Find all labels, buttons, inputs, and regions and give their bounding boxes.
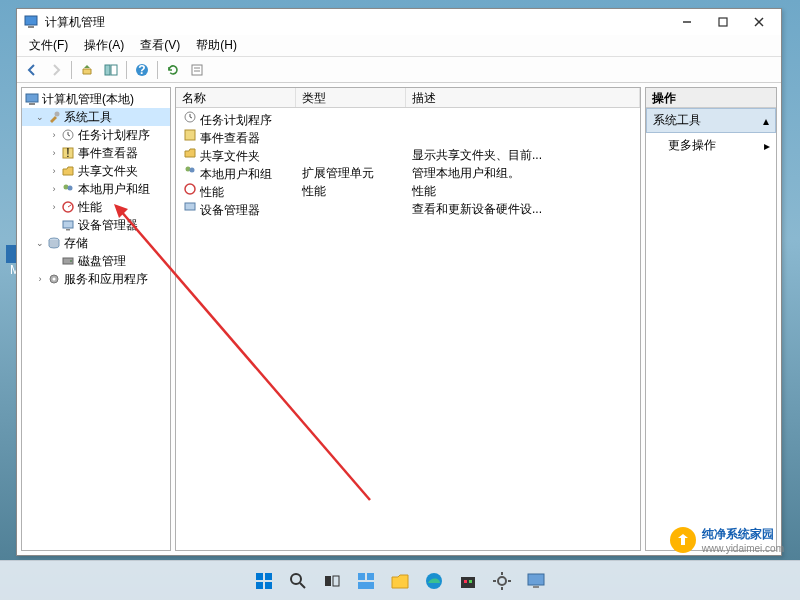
- show-hide-tree-button[interactable]: [100, 59, 122, 81]
- expand-icon[interactable]: ›: [48, 201, 60, 213]
- svg-rect-24: [66, 229, 70, 231]
- svg-point-29: [53, 278, 56, 281]
- task-view-icon[interactable]: [319, 568, 345, 594]
- help-button[interactable]: ?: [131, 59, 153, 81]
- list-item-task-scheduler[interactable]: 任务计划程序: [176, 110, 640, 128]
- file-explorer-icon[interactable]: [387, 568, 413, 594]
- watermark: 纯净系统家园 www.yidaimei.com: [664, 524, 790, 556]
- list-item-performance[interactable]: 性能 性能 性能: [176, 182, 640, 200]
- tree-label: 磁盘管理: [78, 253, 126, 270]
- svg-rect-15: [29, 103, 35, 105]
- svg-point-27: [70, 260, 72, 262]
- edge-icon[interactable]: [421, 568, 447, 594]
- menu-action[interactable]: 操作(A): [76, 35, 132, 56]
- column-desc[interactable]: 描述: [406, 88, 640, 107]
- menu-view[interactable]: 查看(V): [132, 35, 188, 56]
- list-header: 名称 类型 描述: [176, 88, 640, 108]
- device-icon: [182, 199, 198, 215]
- svg-point-42: [291, 574, 301, 584]
- up-button[interactable]: [76, 59, 98, 81]
- tree-label: 任务计划程序: [78, 127, 150, 144]
- tree-task-scheduler[interactable]: › 任务计划程序: [22, 126, 170, 144]
- maximize-button[interactable]: [705, 11, 741, 33]
- tree-services-apps[interactable]: › 服务和应用程序: [22, 270, 170, 288]
- list-item-local-users[interactable]: 本地用户和组 扩展管理单元 管理本地用户和组。: [176, 164, 640, 182]
- tree-pane: 计算机管理(本地) ⌄ 系统工具 › 任务计划程序 › ! 事件查看器: [21, 87, 171, 551]
- tree-label: 存储: [64, 235, 88, 252]
- toolbar-separator: [126, 61, 127, 79]
- tree-disk-management[interactable]: 磁盘管理: [22, 252, 170, 270]
- actions-group-title[interactable]: 系统工具 ▴: [646, 108, 776, 133]
- menu-file[interactable]: 文件(F): [21, 35, 76, 56]
- expand-icon[interactable]: ›: [48, 165, 60, 177]
- toolbar-separator: [157, 61, 158, 79]
- tree-system-tools[interactable]: ⌄ 系统工具: [22, 108, 170, 126]
- expand-icon[interactable]: ›: [48, 129, 60, 141]
- tree-local-users[interactable]: › 本地用户和组: [22, 180, 170, 198]
- svg-rect-35: [185, 203, 195, 210]
- menu-help[interactable]: 帮助(H): [188, 35, 245, 56]
- actions-pane: 操作 系统工具 ▴ 更多操作 ▸: [645, 87, 777, 551]
- client-area: 计算机管理(本地) ⌄ 系统工具 › 任务计划程序 › ! 事件查看器: [17, 83, 781, 555]
- start-button[interactable]: [251, 568, 277, 594]
- tree-event-viewer[interactable]: › ! 事件查看器: [22, 144, 170, 162]
- forward-button[interactable]: [45, 59, 67, 81]
- back-button[interactable]: [21, 59, 43, 81]
- svg-rect-59: [533, 586, 539, 588]
- list-item-device-manager[interactable]: 设备管理器 查看和更新设备硬件设...: [176, 200, 640, 218]
- svg-point-33: [190, 168, 195, 173]
- svg-rect-14: [26, 94, 38, 102]
- store-icon[interactable]: [455, 568, 481, 594]
- svg-rect-51: [464, 580, 467, 583]
- collapse-icon[interactable]: ⌄: [34, 111, 46, 123]
- svg-point-21: [68, 186, 73, 191]
- expand-icon[interactable]: ›: [48, 147, 60, 159]
- computer-icon: [24, 91, 40, 107]
- refresh-button[interactable]: [162, 59, 184, 81]
- tree-shared-folders[interactable]: › 共享文件夹: [22, 162, 170, 180]
- svg-rect-50: [461, 577, 475, 588]
- titlebar[interactable]: 计算机管理: [17, 9, 781, 35]
- tree-root[interactable]: 计算机管理(本地): [22, 90, 170, 108]
- svg-point-53: [498, 577, 506, 585]
- actions-more[interactable]: 更多操作 ▸: [646, 133, 776, 158]
- clock-icon: [182, 109, 198, 125]
- expand-icon[interactable]: ›: [48, 183, 60, 195]
- svg-line-43: [300, 583, 305, 588]
- svg-rect-40: [256, 582, 263, 589]
- collapse-icon[interactable]: ⌄: [34, 237, 46, 249]
- tree-device-manager[interactable]: 设备管理器: [22, 216, 170, 234]
- tree-label: 本地用户和组: [78, 181, 150, 198]
- column-type[interactable]: 类型: [296, 88, 406, 107]
- svg-rect-52: [469, 580, 472, 583]
- performance-icon: [182, 181, 198, 197]
- app-icon: [23, 14, 39, 30]
- tree-performance[interactable]: › 性能: [22, 198, 170, 216]
- tree-label: 计算机管理(本地): [42, 91, 134, 108]
- svg-rect-1: [25, 16, 37, 25]
- column-name[interactable]: 名称: [176, 88, 296, 107]
- svg-rect-4: [719, 18, 727, 26]
- tree-label: 事件查看器: [78, 145, 138, 162]
- list-item-event-viewer[interactable]: 事件查看器: [176, 128, 640, 146]
- event-icon: !: [60, 145, 76, 161]
- svg-rect-58: [528, 574, 544, 585]
- widgets-icon[interactable]: [353, 568, 379, 594]
- device-icon: [60, 217, 76, 233]
- minimize-button[interactable]: [669, 11, 705, 33]
- search-icon[interactable]: [285, 568, 311, 594]
- tree-storage[interactable]: ⌄ 存储: [22, 234, 170, 252]
- tree-label: 性能: [78, 199, 102, 216]
- taskbar: [0, 560, 800, 600]
- computer-management-taskbar-icon[interactable]: [523, 568, 549, 594]
- settings-icon[interactable]: [489, 568, 515, 594]
- properties-button[interactable]: [186, 59, 208, 81]
- close-button[interactable]: [741, 11, 777, 33]
- svg-rect-47: [367, 573, 374, 580]
- svg-point-34: [185, 184, 195, 194]
- list-item-shared-folders[interactable]: 共享文件夹 显示共享文件夹、目前...: [176, 146, 640, 164]
- list-pane: 名称 类型 描述 任务计划程序 事件查看器 共享文件夹 显示: [175, 87, 641, 551]
- tree-label: 服务和应用程序: [64, 271, 148, 288]
- expand-icon[interactable]: ›: [34, 273, 46, 285]
- window-title: 计算机管理: [45, 14, 669, 31]
